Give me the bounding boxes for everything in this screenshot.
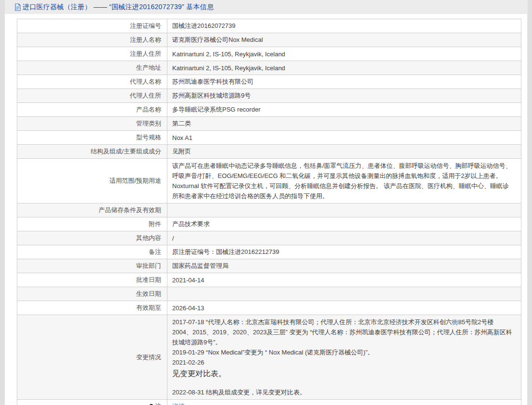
table-row: 管理类别 第二类 bbox=[17, 117, 521, 131]
page-header: 进口医疗器械（注册） —— “国械注进20162072739” 基本信息 bbox=[5, 0, 528, 14]
row-value: 国家药品监督管理局 bbox=[167, 259, 521, 273]
row-value: 苏州高新区科技城培源路9号 bbox=[167, 89, 521, 103]
row-value: Katrinartuni 2, IS-105, Reykjavik, Icela… bbox=[167, 47, 521, 61]
row-label: 备注 bbox=[17, 245, 167, 259]
table-row-change-history: 变更情况 2017-07-18 “代理人名称：北京杰富瑞科技有限公司；代理人住所… bbox=[17, 315, 521, 400]
row-value: / bbox=[167, 231, 521, 245]
table-row: 生产地址 Katrinartuni 2, IS-105, Reykjavik, … bbox=[17, 61, 521, 75]
row-label: 适用范围/预期用途 bbox=[17, 159, 167, 203]
table-row: 注册证编号 国械注进20162072739 bbox=[17, 19, 521, 33]
row-value: Nox A1 bbox=[167, 131, 521, 145]
row-value: 苏州凯迪泰医学科技有限公司 bbox=[167, 75, 521, 89]
note-label-text: 注 bbox=[155, 402, 161, 405]
row-value: 国械注进20162072739 bbox=[167, 19, 521, 33]
row-label: 注册证编号 bbox=[17, 19, 167, 33]
table-row: 注册人名称 诺克斯医疗器械公司Nox Medical bbox=[17, 33, 521, 47]
row-value: 2021-04-14 bbox=[167, 273, 521, 287]
table-row: 注册人住所 Katrinartuni 2, IS-105, Reykjavik,… bbox=[17, 47, 521, 61]
table-row: 有效期至 2026-04-13 bbox=[17, 301, 521, 315]
table-row: 适用范围/预期用途 该产品可在患者睡眠中动态记录多导睡眠信息，包括鼻/面罩气流压… bbox=[17, 159, 521, 203]
row-label: 批准日期 bbox=[17, 273, 167, 287]
row-label: 产品名称 bbox=[17, 103, 167, 117]
row-value: 产品技术要求 bbox=[167, 217, 521, 231]
details-link[interactable]: 详情 bbox=[172, 403, 185, 405]
change-entry: 2021-02-26 bbox=[172, 357, 512, 367]
row-label: 注 bbox=[17, 400, 167, 405]
table-row: 代理人名称 苏州凯迪泰医学科技有限公司 bbox=[17, 75, 521, 89]
row-label: 结构及组成/主要组成成分 bbox=[17, 145, 167, 159]
row-value: 2026-04-13 bbox=[167, 301, 521, 315]
row-label: 其他内容 bbox=[17, 231, 167, 245]
row-label: 生效日期 bbox=[17, 287, 167, 301]
change-entry: 2017-07-18 “代理人名称：北京杰富瑞科技有限公司；代理人住所：北京市北… bbox=[172, 317, 512, 347]
row-value: Katrinartuni 2, IS-105, Reykjavik, Icela… bbox=[167, 61, 521, 75]
row-label: 产品储存条件及有效期 bbox=[17, 203, 167, 217]
row-value: 多导睡眠记录系统PSG recorder bbox=[167, 103, 521, 117]
row-label: 变更情况 bbox=[17, 315, 167, 400]
row-label: 管理类别 bbox=[17, 117, 167, 131]
table-row: 产品名称 多导睡眠记录系统PSG recorder bbox=[17, 103, 521, 117]
change-entry: 见变更对比表。 bbox=[172, 367, 512, 380]
table-row: 代理人住所 苏州高新区科技城培源路9号 bbox=[17, 89, 521, 103]
blank-line bbox=[172, 380, 512, 387]
row-label: 有效期至 bbox=[17, 301, 167, 315]
change-entry: 2022-08-31 结构及组成变更，详见变更对比表。 bbox=[172, 387, 512, 397]
row-label: 注册人名称 bbox=[17, 33, 167, 47]
table-row: 批准日期 2021-04-14 bbox=[17, 273, 521, 287]
row-label: 代理人名称 bbox=[17, 75, 167, 89]
row-label: 附件 bbox=[17, 217, 167, 231]
change-entry: 2019-01-29 “Nox Medical”变更为 “ Nox Medica… bbox=[172, 347, 512, 357]
table-row: 产品储存条件及有效期 bbox=[17, 203, 521, 217]
registration-info-table: 注册证编号 国械注进20162072739 注册人名称 诺克斯医疗器械公司Nox… bbox=[17, 19, 521, 405]
row-value-usage-scope: 该产品可在患者睡眠中动态记录多导睡眠信息，包括鼻/面罩气流压力、患者体位、腹部呼… bbox=[167, 159, 521, 203]
page-title: 进口医疗器械（注册） —— “国械注进20162072739” 基本信息 bbox=[23, 3, 214, 12]
table-row: 审批部门 国家药品监督管理局 bbox=[17, 259, 521, 273]
document-icon bbox=[14, 3, 21, 11]
row-value: 原注册证编号：国械注进20162212739 bbox=[167, 245, 521, 259]
row-value: 诺克斯医疗器械公司Nox Medical bbox=[167, 33, 521, 47]
row-label: 生产地址 bbox=[17, 61, 167, 75]
row-value bbox=[167, 287, 521, 301]
table-row: 其他内容 / bbox=[17, 231, 521, 245]
row-value: 第二类 bbox=[167, 117, 521, 131]
row-value-change-history: 2017-07-18 “代理人名称：北京杰富瑞科技有限公司；代理人住所：北京市北… bbox=[167, 315, 521, 400]
table-row: 附件 产品技术要求 bbox=[17, 217, 521, 231]
table-row: 结构及组成/主要组成成分 见附页 bbox=[17, 145, 521, 159]
row-label: 审批部门 bbox=[17, 259, 167, 273]
row-label: 型号规格 bbox=[17, 131, 167, 145]
table-row: 备注 原注册证编号：国械注进20162212739 bbox=[17, 245, 521, 259]
row-value bbox=[167, 203, 521, 217]
row-value-note: 详情 bbox=[167, 400, 521, 405]
row-value: 见附页 bbox=[167, 145, 521, 159]
table-row: 型号规格 Nox A1 bbox=[17, 131, 521, 145]
row-label: 代理人住所 bbox=[17, 89, 167, 103]
table-row-note: 注 详情 bbox=[17, 400, 521, 405]
row-label: 注册人住所 bbox=[17, 47, 167, 61]
table-row: 生效日期 bbox=[17, 287, 521, 301]
content-panel: 注册证编号 国械注进20162072739 注册人名称 诺克斯医疗器械公司Nox… bbox=[5, 14, 528, 405]
